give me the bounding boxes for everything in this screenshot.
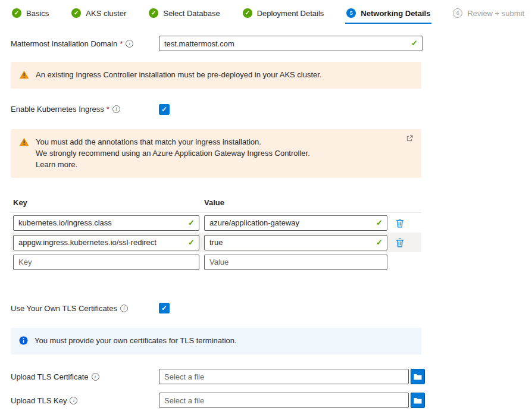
tab-deployment-details[interactable]: ✓ Deployment Details bbox=[242, 6, 326, 24]
delete-row-button[interactable] bbox=[393, 237, 406, 249]
domain-input-wrap: ✓ bbox=[159, 36, 423, 51]
domain-input[interactable] bbox=[159, 36, 423, 51]
external-link-icon[interactable] bbox=[406, 135, 413, 142]
label-text: Mattermost Installation Domain bbox=[11, 39, 117, 48]
tls-row: Use Your Own TLS Certificates i ✓ bbox=[11, 303, 532, 313]
tls-checkbox[interactable]: ✓ bbox=[159, 303, 170, 313]
annotation-row-empty bbox=[11, 252, 421, 272]
upload-cert-row: Upload TLS Certificate i bbox=[11, 369, 532, 384]
folder-icon bbox=[414, 397, 422, 404]
key-file-input[interactable] bbox=[159, 393, 409, 408]
warning-line-2: We strongly recommend using an Azure App… bbox=[36, 148, 310, 159]
ingress-row: Enable Kubernetes Ingress * i ✓ bbox=[11, 104, 532, 115]
ingress-checkbox[interactable]: ✓ bbox=[159, 104, 170, 115]
tab-label: AKS cluster bbox=[86, 9, 126, 18]
learn-more-link[interactable]: Learn more. bbox=[36, 159, 310, 171]
cert-browse-button[interactable] bbox=[411, 369, 425, 384]
trash-icon bbox=[396, 218, 404, 228]
cert-file-picker bbox=[159, 369, 425, 384]
required-marker: * bbox=[120, 39, 123, 48]
step-number-badge: 5 bbox=[346, 8, 356, 18]
annotation-value-input[interactable] bbox=[204, 215, 387, 231]
tab-label: Review + submit bbox=[467, 9, 524, 18]
tls-label: Use Your Own TLS Certificates i bbox=[11, 304, 159, 313]
annotation-key-input[interactable] bbox=[13, 215, 199, 231]
checkbox-check-icon: ✓ bbox=[161, 106, 167, 113]
warning-text: You must add the annotations that match … bbox=[36, 137, 310, 171]
folder-icon bbox=[414, 374, 422, 380]
warning-line-1: You must add the annotations that match … bbox=[36, 137, 310, 148]
key-browse-button[interactable] bbox=[411, 393, 425, 408]
key-column-header: Key bbox=[13, 198, 204, 207]
annotation-row: ✓ ✓ bbox=[11, 233, 421, 252]
tab-label: Basics bbox=[26, 9, 49, 18]
trash-icon bbox=[396, 238, 404, 247]
label-text: Upload TLS Certificate bbox=[11, 372, 89, 381]
tls-info-banner: You must provide your own certificates f… bbox=[11, 328, 421, 355]
tab-label: Select Database bbox=[163, 9, 220, 18]
annotation-key-input[interactable] bbox=[13, 235, 199, 250]
annotation-key-input[interactable] bbox=[13, 255, 199, 270]
check-icon: ✓ bbox=[149, 8, 158, 18]
info-filled-icon bbox=[19, 336, 28, 345]
label-text: Upload TLS Key bbox=[11, 396, 67, 405]
tab-label: Networking Details bbox=[361, 9, 430, 18]
upload-key-row: Upload TLS Key i bbox=[11, 393, 532, 408]
step-number-badge: 6 bbox=[453, 8, 462, 18]
info-icon[interactable]: i bbox=[126, 40, 133, 48]
ingress-label: Enable Kubernetes Ingress * i bbox=[11, 105, 159, 114]
tab-review-submit: 6 Review + submit bbox=[452, 6, 525, 24]
annotations-table: Key Value ✓ ✓ ✓ bbox=[11, 193, 421, 272]
annotations-warning-banner: You must add the annotations that match … bbox=[11, 129, 421, 178]
info-icon[interactable]: i bbox=[120, 305, 128, 312]
ingress-warning-banner: An existing Ingress Controller installat… bbox=[11, 62, 421, 89]
networking-details-page: ✓ Basics ✓ AKS cluster ✓ Select Database… bbox=[0, 0, 532, 408]
check-icon: ✓ bbox=[12, 8, 21, 18]
info-icon[interactable]: i bbox=[70, 397, 77, 404]
annotation-value-input[interactable] bbox=[204, 235, 387, 250]
tab-select-database[interactable]: ✓ Select Database bbox=[148, 6, 221, 24]
warning-icon bbox=[19, 70, 29, 79]
tab-networking-details[interactable]: 5 Networking Details bbox=[345, 6, 431, 24]
value-column-header: Value bbox=[204, 198, 224, 207]
required-marker: * bbox=[107, 105, 109, 114]
checkbox-check-icon: ✓ bbox=[161, 305, 167, 312]
upload-key-label: Upload TLS Key i bbox=[11, 396, 159, 405]
delete-row-button[interactable] bbox=[393, 217, 406, 229]
key-file-picker bbox=[159, 393, 425, 408]
check-icon: ✓ bbox=[71, 8, 81, 18]
check-icon: ✓ bbox=[243, 8, 252, 18]
tab-aks-cluster[interactable]: ✓ AKS cluster bbox=[70, 6, 127, 24]
tab-label: Deployment Details bbox=[257, 9, 324, 18]
info-icon[interactable]: i bbox=[112, 105, 120, 113]
label-text: Use Your Own TLS Certificates bbox=[11, 304, 117, 313]
warning-text: An existing Ingress Controller installat… bbox=[36, 70, 322, 81]
tab-basics[interactable]: ✓ Basics bbox=[11, 6, 50, 24]
annotation-value-input[interactable] bbox=[204, 255, 387, 270]
warning-icon bbox=[19, 137, 29, 146]
cert-file-input[interactable] bbox=[159, 369, 409, 384]
info-text: You must provide your own certificates f… bbox=[35, 335, 237, 347]
wizard-tabs: ✓ Basics ✓ AKS cluster ✓ Select Database… bbox=[11, 6, 532, 24]
info-icon[interactable]: i bbox=[92, 373, 99, 381]
annotations-table-header: Key Value bbox=[11, 193, 421, 213]
domain-row: Mattermost Installation Domain * i ✓ bbox=[11, 36, 532, 51]
upload-cert-label: Upload TLS Certificate i bbox=[11, 372, 159, 381]
domain-label: Mattermost Installation Domain * i bbox=[11, 39, 159, 48]
label-text: Enable Kubernetes Ingress bbox=[11, 105, 104, 114]
annotation-row: ✓ ✓ bbox=[11, 213, 421, 233]
